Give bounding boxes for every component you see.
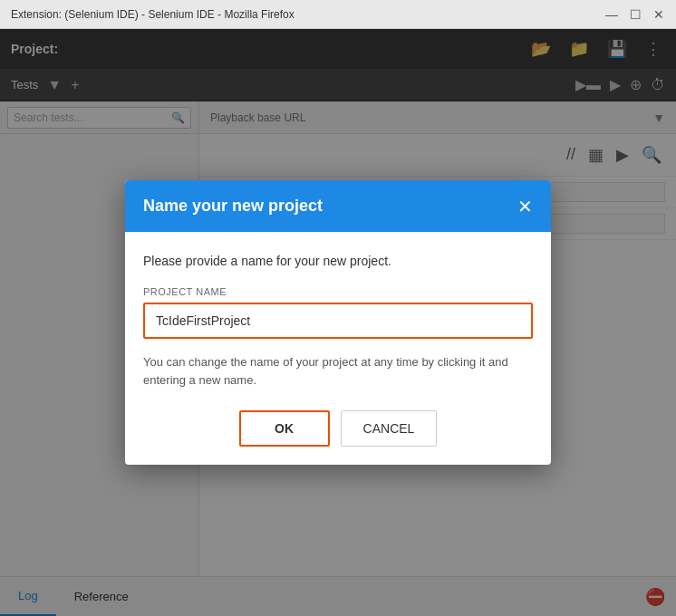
maximize-button[interactable]: ☐ — [629, 8, 642, 21]
dialog-header: Name your new project ✕ — [125, 180, 551, 232]
cancel-button[interactable]: CANCEL — [341, 410, 438, 447]
dialog-body: Please provide a name for your new proje… — [125, 232, 551, 465]
titlebar-left: Extension: (Selenium IDE) - Selenium IDE… — [11, 8, 295, 21]
app-background: Project: 📂 📁 💾 ⋮ Tests ▼ + ▶▬ ▶ ⊕ ⏱ Sear… — [0, 29, 676, 616]
browser-title: Extension: (Selenium IDE) - Selenium IDE… — [11, 8, 295, 21]
dialog-hint: You can change the name of your project … — [143, 353, 533, 389]
field-label: PROJECT NAME — [143, 286, 533, 297]
dialog-close-button[interactable]: ✕ — [517, 197, 533, 216]
modal-overlay: Name your new project ✕ Please provide a… — [0, 29, 676, 616]
titlebar-controls: — ☐ ✕ — [605, 8, 665, 21]
ok-button[interactable]: OK — [239, 410, 330, 447]
minimize-button[interactable]: — — [605, 8, 618, 21]
dialog-description: Please provide a name for your new proje… — [143, 254, 533, 268]
dialog: Name your new project ✕ Please provide a… — [125, 180, 551, 465]
dialog-title: Name your new project — [143, 197, 323, 216]
project-name-input[interactable] — [143, 303, 533, 339]
browser-titlebar: Extension: (Selenium IDE) - Selenium IDE… — [0, 0, 676, 29]
dialog-actions: OK CANCEL — [143, 410, 533, 447]
close-button[interactable]: ✕ — [652, 8, 665, 21]
